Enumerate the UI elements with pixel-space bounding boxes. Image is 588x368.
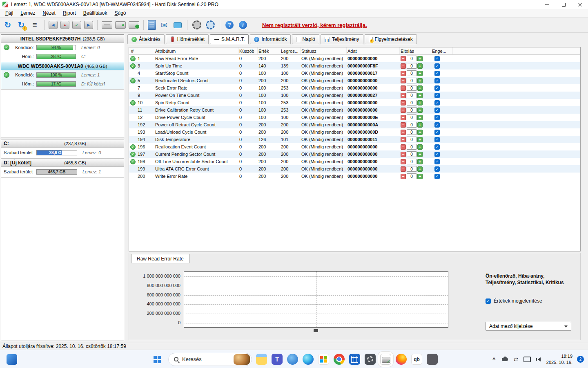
table-row[interactable]: 12Drive Power Cycle Count0100100OK (Mind… bbox=[129, 114, 580, 121]
taskbar-app-hard-disk-sentinel[interactable] bbox=[380, 354, 391, 365]
offset-increase-button[interactable]: + bbox=[417, 115, 423, 120]
enabled-checkbox[interactable] bbox=[434, 130, 440, 135]
onedrive-icon[interactable] bbox=[501, 356, 509, 363]
disk-eject-icon[interactable]: ▲ bbox=[60, 21, 69, 29]
offset-decrease-button[interactable]: − bbox=[401, 85, 406, 91]
drive-sync-icon[interactable] bbox=[129, 21, 139, 29]
menu-item-report[interactable]: Riport bbox=[59, 9, 80, 17]
mail-icon[interactable]: ✉ bbox=[159, 20, 169, 30]
enabled-checkbox[interactable] bbox=[434, 78, 440, 83]
enabled-checkbox[interactable] bbox=[434, 152, 440, 157]
drive-cd-icon[interactable] bbox=[102, 21, 112, 29]
enabled-checkbox[interactable] bbox=[434, 93, 440, 98]
menu-item-disk[interactable]: Lemez bbox=[17, 9, 39, 17]
offset-decrease-button[interactable]: − bbox=[401, 159, 406, 164]
drive-hdd-icon[interactable] bbox=[115, 21, 126, 29]
offset-decrease-button[interactable]: − bbox=[401, 115, 406, 120]
close-button[interactable] bbox=[572, 0, 588, 9]
taskbar-app-misc-app[interactable] bbox=[427, 354, 438, 365]
table-row[interactable]: 196Reallocation Event Count0200200OK (Mi… bbox=[129, 143, 580, 150]
taskbar-app-spreadsheet[interactable] bbox=[349, 354, 360, 365]
taskbar-app-edge[interactable] bbox=[303, 354, 314, 365]
offset-increase-button[interactable]: + bbox=[417, 130, 423, 135]
gear-icon[interactable] bbox=[192, 20, 202, 30]
column-header[interactable]: Érték bbox=[258, 47, 280, 54]
offset-decrease-button[interactable]: − bbox=[401, 174, 406, 179]
monitor-icon[interactable] bbox=[523, 356, 531, 363]
table-row[interactable]: 192Power off Retract Cycle Count0200200O… bbox=[129, 121, 580, 128]
column-header[interactable]: Legros... bbox=[280, 47, 301, 54]
offset-decrease-button[interactable]: − bbox=[401, 144, 406, 150]
offset-increase-button[interactable]: + bbox=[417, 78, 423, 83]
offset-increase-button[interactable]: + bbox=[417, 159, 423, 164]
widgets-icon[interactable] bbox=[7, 354, 17, 365]
help-icon[interactable]: ? bbox=[224, 20, 235, 30]
offset-decrease-button[interactable]: − bbox=[401, 166, 406, 172]
taskbar-app-microsoft-apps[interactable] bbox=[318, 354, 329, 365]
column-header[interactable]: Enge... bbox=[431, 47, 453, 54]
table-row[interactable]: 198Off-Line Uncorrectable Sector Count02… bbox=[129, 158, 580, 165]
table-row[interactable]: 3Spin Up Time0140139OK (Mindig rendben)0… bbox=[129, 62, 580, 70]
volume-panel-c[interactable]: C: (237,8 GB) Szabad terület 38,6 GB Lem… bbox=[1, 139, 124, 159]
offset-increase-button[interactable]: + bbox=[417, 100, 423, 105]
offset-increase-button[interactable]: + bbox=[417, 71, 423, 76]
offset-increase-button[interactable]: + bbox=[417, 152, 423, 157]
enabled-checkbox[interactable] bbox=[434, 108, 440, 113]
start-button[interactable] bbox=[150, 352, 164, 366]
enabled-checkbox[interactable] bbox=[434, 122, 440, 128]
offset-decrease-button[interactable]: − bbox=[401, 130, 406, 135]
report-list-icon[interactable]: ≡ bbox=[29, 20, 40, 30]
gear-disk-icon[interactable] bbox=[205, 20, 216, 30]
column-header[interactable]: Státusz bbox=[301, 47, 347, 54]
minimize-button[interactable] bbox=[539, 0, 555, 9]
offset-decrease-button[interactable]: − bbox=[401, 78, 406, 83]
notification-badge[interactable]: 2 bbox=[577, 356, 584, 363]
column-header[interactable]: Attribútum bbox=[154, 47, 238, 54]
offset-increase-button[interactable]: + bbox=[417, 56, 423, 61]
enabled-checkbox[interactable] bbox=[434, 85, 440, 91]
offset-decrease-button[interactable]: − bbox=[401, 56, 406, 61]
offset-decrease-button[interactable]: − bbox=[401, 71, 406, 76]
taskbar-app-file-explorer[interactable] bbox=[256, 354, 267, 365]
offset-decrease-button[interactable]: − bbox=[401, 122, 406, 128]
taskbar-app-chrome[interactable] bbox=[334, 354, 345, 365]
notebook-icon[interactable] bbox=[148, 20, 156, 30]
table-row[interactable]: 193Load/Unload Cycle Count0200200OK (Min… bbox=[129, 128, 580, 136]
table-row[interactable]: 5Reallocated Sectors Count0200200OK (Min… bbox=[129, 77, 580, 84]
taskbar-search[interactable]: Keresés bbox=[168, 353, 252, 366]
taskbar-clock[interactable]: 18:19 2025. 10. 16. bbox=[546, 353, 572, 365]
table-row[interactable]: 1Raw Read Error Rate0200200OK (Mindig re… bbox=[129, 55, 580, 62]
info-icon[interactable]: i bbox=[238, 20, 248, 30]
column-header[interactable]: Adat bbox=[347, 47, 400, 54]
show-values-row[interactable]: Értékek megjelenítése bbox=[486, 298, 542, 304]
offset-decrease-button[interactable]: − bbox=[401, 93, 406, 98]
offset-increase-button[interactable]: + bbox=[417, 144, 423, 150]
menu-item-view[interactable]: Nézet bbox=[39, 9, 59, 17]
offset-increase-button[interactable]: + bbox=[417, 166, 423, 172]
taskbar-app-phone-link[interactable] bbox=[287, 354, 298, 365]
offset-increase-button[interactable]: + bbox=[417, 137, 423, 142]
offset-decrease-button[interactable]: − bbox=[401, 108, 406, 113]
disk-accept-icon[interactable]: ✓ bbox=[72, 21, 81, 29]
table-row[interactable]: 10Spin Retry Count0100253OK (Mindig rend… bbox=[129, 99, 580, 106]
offset-decrease-button[interactable]: − bbox=[401, 137, 406, 142]
column-header[interactable]: # bbox=[129, 47, 154, 54]
tab-smart[interactable]: S.M.A.R.T. bbox=[210, 34, 249, 44]
menu-item-help[interactable]: Súgó bbox=[111, 9, 129, 17]
menu-item-settings[interactable]: Beállítások bbox=[80, 9, 111, 17]
offset-decrease-button[interactable]: − bbox=[401, 63, 406, 69]
taskbar-app-teams[interactable] bbox=[272, 354, 283, 365]
tab-overview[interactable]: Áttekintés bbox=[127, 34, 165, 44]
enabled-checkbox[interactable] bbox=[434, 56, 440, 61]
table-row[interactable]: 200Write Error Rate0200200OK (Mindig ren… bbox=[129, 173, 580, 180]
table-row[interactable]: 11Drive Calibration Retry Count0100253OK… bbox=[129, 106, 580, 114]
show-values-checkbox[interactable] bbox=[486, 298, 491, 304]
offset-increase-button[interactable]: + bbox=[417, 174, 423, 179]
column-header[interactable]: Eltolás bbox=[400, 47, 431, 54]
table-row[interactable]: 9Power On Time Count0100100OK (Mindig re… bbox=[129, 92, 580, 99]
graph-tab[interactable]: Raw Read Error Rate bbox=[131, 254, 189, 263]
taskbar-app-settings-dark[interactable] bbox=[365, 354, 376, 365]
tab-alerts[interactable]: Figyelmeztetések bbox=[365, 34, 417, 44]
table-row[interactable]: 7Seek Error Rate0100253OK (Mindig rendbe… bbox=[129, 84, 580, 92]
volume-panel-d[interactable]: D: [Új kötet] (465,8 GB) Szabad terület … bbox=[1, 159, 124, 178]
